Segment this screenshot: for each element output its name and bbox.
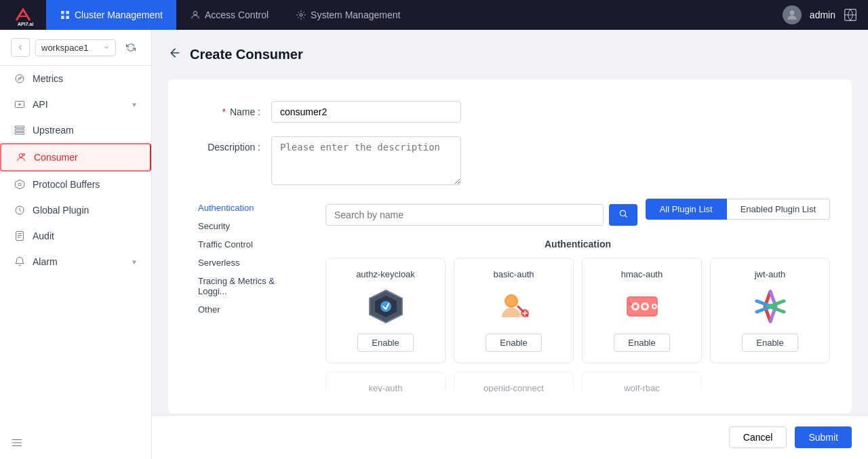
audit-icon <box>14 230 26 242</box>
plugin-grid-row2: key-auth openid-connect wolf-rbac <box>326 372 830 392</box>
menu-icon[interactable] <box>11 437 23 449</box>
alarm-arrow-icon: ▼ <box>131 258 138 266</box>
page-back-icon <box>168 46 182 60</box>
plugin-tabs: All Plugin List Enabled Plugin List <box>646 199 830 220</box>
sidebar-item-audit[interactable]: Audit <box>0 223 151 249</box>
plugin-card-jwt-auth: jwt-auth <box>710 258 830 363</box>
svg-rect-14 <box>15 132 24 134</box>
sidebar-item-global-plugin[interactable]: Global Plugin <box>0 197 151 223</box>
plugin-name-basic-auth: basic-auth <box>494 269 534 279</box>
plugin-layout: Authentication Security Traffic Control … <box>190 199 830 392</box>
page-header: Create Consumer <box>168 46 852 63</box>
description-input[interactable] <box>271 136 461 185</box>
upstream-icon <box>14 124 26 136</box>
plugin-list-area: All Plugin List Enabled Plugin List Auth… <box>326 199 830 392</box>
api-icon <box>14 98 26 111</box>
svg-point-24 <box>380 301 391 312</box>
tab-enabled-plugins[interactable]: Enabled Plugin List <box>727 199 830 220</box>
category-traffic-control[interactable]: Traffic Control <box>190 235 312 254</box>
svg-rect-12 <box>15 126 24 128</box>
basic-auth-icon <box>492 285 536 328</box>
api-arrow-icon: ▼ <box>131 101 138 108</box>
top-nav: API7.ai Cluster Management Access Contro… <box>0 0 868 30</box>
nav-tab-cluster[interactable]: Cluster Management <box>46 0 176 30</box>
access-icon <box>190 9 201 20</box>
hmac-auth-icon <box>620 285 664 328</box>
svg-point-7 <box>300 14 302 16</box>
plugin-card-hmac-auth: hmac-auth <box>582 258 702 363</box>
plugin-card-authz-keycloak: authz-keycloak <box>326 258 446 363</box>
authz-keycloak-icon <box>364 285 408 328</box>
category-serverless[interactable]: Serverless <box>190 254 312 272</box>
workspace-back-btn[interactable] <box>11 38 30 57</box>
page-title: Create Consumer <box>190 47 303 62</box>
enable-jwt-auth-btn[interactable]: Enable <box>742 334 797 352</box>
svg-rect-5 <box>66 16 69 19</box>
content-area: Create Consumer * Name : Description : <box>152 30 868 459</box>
enable-hmac-auth-btn[interactable]: Enable <box>614 334 669 352</box>
svg-marker-17 <box>15 180 24 188</box>
category-security[interactable]: Security <box>190 217 312 235</box>
submit-button[interactable]: Submit <box>795 426 852 448</box>
plugin-card-basic-auth: basic-auth <box>454 258 574 363</box>
page-back-btn[interactable] <box>168 46 182 63</box>
protocol-icon <box>14 178 26 191</box>
svg-rect-4 <box>61 16 64 19</box>
main-content: Create Consumer * Name : Description : <box>152 30 868 415</box>
workspace-bar: workspace1 <box>0 30 151 66</box>
enable-basic-auth-btn[interactable]: Enable <box>486 334 541 352</box>
plugin-toolbar: All Plugin List Enabled Plugin List <box>326 199 830 231</box>
search-icon <box>618 209 628 218</box>
language-icon[interactable] <box>844 8 857 22</box>
svg-rect-2 <box>61 11 64 14</box>
cancel-button[interactable]: Cancel <box>729 426 787 448</box>
svg-point-27 <box>507 296 516 306</box>
plugin-name-authz-keycloak: authz-keycloak <box>356 269 415 279</box>
name-row: * Name : <box>190 101 830 123</box>
nav-tab-access[interactable]: Access Control <box>176 0 282 30</box>
svg-point-36 <box>653 305 656 308</box>
plugin-search-input[interactable] <box>326 204 604 226</box>
alarm-icon <box>14 256 26 268</box>
metrics-icon <box>14 73 26 85</box>
svg-rect-20 <box>16 231 24 240</box>
jwt-auth-icon <box>749 285 792 328</box>
avatar <box>783 5 802 24</box>
svg-point-8 <box>790 10 795 15</box>
sidebar-item-protocol-buffers[interactable]: Protocol Buffers <box>0 172 151 197</box>
sidebar-item-alarm[interactable]: Alarm ▼ <box>0 249 151 275</box>
category-tracing[interactable]: Tracing & Metrics & Loggi... <box>190 272 312 300</box>
chevron-down-icon <box>103 44 110 51</box>
global-plugin-icon <box>14 204 26 216</box>
plugin-name-key-auth: key-auth <box>369 383 403 392</box>
plugin-name-jwt-auth: jwt-auth <box>755 269 786 279</box>
logo: API7.ai <box>11 3 41 27</box>
sidebar: workspace1 Metrics <box>0 30 152 459</box>
name-input[interactable] <box>271 101 461 123</box>
refresh-icon <box>126 43 136 52</box>
plugin-card-openid-connect: openid-connect <box>454 372 574 392</box>
workspace-selector[interactable]: workspace1 <box>35 39 116 56</box>
form-footer: Cancel Submit <box>152 415 868 459</box>
nav-tab-system[interactable]: System Management <box>282 0 414 30</box>
tab-all-plugins[interactable]: All Plugin List <box>646 199 727 220</box>
description-label: Description : <box>190 136 271 153</box>
refresh-btn[interactable] <box>121 38 140 57</box>
sidebar-item-api[interactable]: API ▼ <box>0 92 151 117</box>
svg-point-6 <box>193 12 197 15</box>
category-authentication[interactable]: Authentication <box>190 199 312 217</box>
svg-point-18 <box>18 183 21 186</box>
svg-point-15 <box>19 154 22 157</box>
sidebar-item-metrics[interactable]: Metrics <box>0 66 151 92</box>
username: admin <box>810 9 835 20</box>
plugin-card-wolf-rbac: wolf-rbac <box>582 372 702 392</box>
sidebar-item-consumer[interactable]: Consumer <box>0 143 151 172</box>
enable-authz-keycloak-btn[interactable]: Enable <box>357 334 413 352</box>
plugin-categories: Authentication Security Traffic Control … <box>190 199 312 392</box>
svg-rect-13 <box>15 129 24 132</box>
sidebar-item-upstream[interactable]: Upstream <box>0 117 151 143</box>
name-label: * Name : <box>190 101 271 117</box>
category-other[interactable]: Other <box>190 300 312 319</box>
plugin-section: Authentication Security Traffic Control … <box>190 199 830 392</box>
plugin-search-btn[interactable] <box>609 204 637 226</box>
